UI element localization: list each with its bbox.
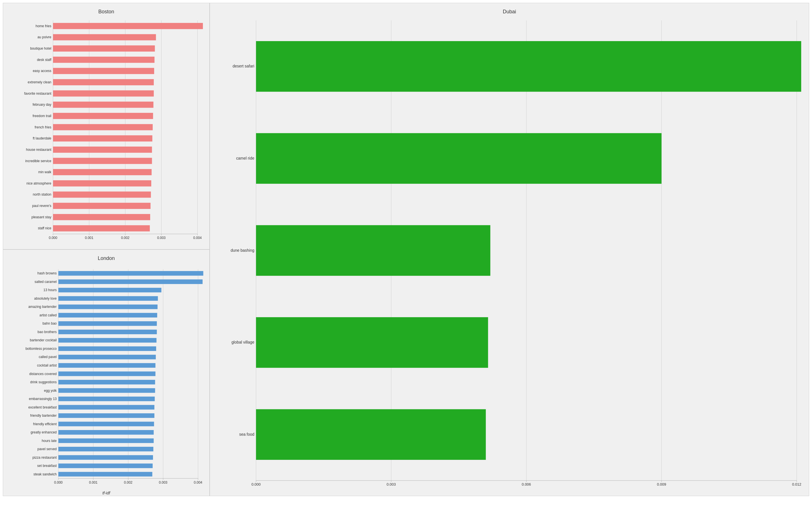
svg-rect-102 — [58, 338, 156, 342]
svg-text:0.002: 0.002 — [121, 236, 130, 240]
svg-text:friendly bartender: friendly bartender — [30, 414, 57, 418]
svg-text:amazing bartender: amazing bartender — [28, 305, 57, 309]
svg-text:min walk: min walk — [38, 170, 51, 174]
svg-rect-68 — [256, 409, 486, 460]
svg-rect-86 — [58, 271, 203, 276]
svg-rect-24 — [53, 124, 153, 130]
svg-text:north station: north station — [33, 193, 52, 197]
svg-text:set breakfast: set breakfast — [37, 464, 57, 468]
svg-text:dune bashing: dune bashing — [231, 248, 255, 253]
svg-text:friendly efficient: friendly efficient — [33, 422, 57, 426]
svg-rect-18 — [53, 90, 154, 97]
svg-text:0.000: 0.000 — [251, 482, 260, 486]
svg-rect-122 — [58, 422, 154, 426]
svg-text:salted caramel: salted caramel — [35, 280, 57, 284]
svg-rect-128 — [58, 447, 153, 451]
svg-text:global village: global village — [231, 340, 255, 344]
svg-text:freedom trail: freedom trail — [33, 114, 51, 118]
svg-text:au poivre: au poivre — [37, 35, 51, 39]
svg-rect-98 — [58, 321, 157, 326]
svg-rect-30 — [53, 158, 152, 164]
svg-rect-110 — [58, 371, 155, 376]
svg-rect-6 — [53, 23, 203, 29]
svg-text:home fries: home fries — [36, 24, 52, 28]
dubai-chart: Dubai desert safaricamel ridedune bashin… — [210, 3, 809, 496]
svg-text:steak sandwich: steak sandwich — [34, 472, 57, 476]
svg-text:french fries: french fries — [35, 125, 51, 129]
svg-rect-106 — [58, 355, 156, 359]
svg-rect-114 — [58, 388, 155, 393]
svg-text:staff nice: staff nice — [38, 226, 52, 230]
svg-rect-42 — [53, 225, 150, 231]
svg-rect-120 — [58, 413, 154, 418]
svg-text:0.003: 0.003 — [157, 236, 166, 240]
svg-text:0.001: 0.001 — [85, 236, 93, 240]
svg-rect-62 — [256, 133, 662, 184]
svg-rect-96 — [58, 313, 157, 318]
svg-rect-112 — [58, 380, 155, 384]
svg-text:pizza restaurant: pizza restaurant — [33, 456, 57, 460]
svg-text:0.001: 0.001 — [89, 480, 97, 484]
svg-rect-134 — [58, 472, 152, 476]
svg-rect-104 — [58, 346, 156, 351]
svg-text:bottomless prosecco: bottomless prosecco — [26, 347, 57, 351]
svg-text:egg yolk: egg yolk — [44, 389, 57, 393]
svg-text:0.002: 0.002 — [124, 480, 132, 484]
svg-rect-66 — [256, 317, 488, 368]
svg-text:paul revere's: paul revere's — [32, 204, 51, 208]
dubai-svg: desert safaricamel ridedune bashinggloba… — [216, 17, 803, 493]
svg-rect-26 — [53, 135, 152, 141]
svg-text:pleasant stay: pleasant stay — [32, 215, 51, 219]
boston-chart: Boston home friesau poivreboutique hotel… — [3, 3, 210, 249]
svg-rect-16 — [53, 79, 154, 85]
svg-text:easy access: easy access — [33, 69, 52, 73]
svg-rect-90 — [58, 288, 162, 292]
svg-text:bao brothers: bao brothers — [38, 330, 57, 334]
svg-text:cocktail artist: cocktail artist — [37, 364, 57, 368]
svg-rect-8 — [53, 34, 156, 41]
svg-rect-126 — [58, 438, 153, 443]
svg-rect-40 — [53, 214, 150, 220]
boston-svg: home friesau poivreboutique hoteldesk st… — [9, 17, 204, 247]
london-chart: London hash brownssalted caramel13 hours… — [3, 249, 210, 496]
chart-container: Boston home friesau poivreboutique hotel… — [0, 0, 812, 508]
svg-text:desk staff: desk staff — [37, 58, 51, 62]
svg-text:sea food: sea food — [239, 432, 254, 436]
svg-text:ft lauderdale: ft lauderdale — [33, 136, 52, 140]
svg-rect-116 — [58, 396, 155, 401]
svg-rect-132 — [58, 464, 153, 468]
svg-rect-60 — [256, 41, 801, 92]
svg-text:0.003: 0.003 — [387, 482, 396, 486]
svg-rect-14 — [53, 68, 154, 74]
svg-text:house restaurant: house restaurant — [26, 148, 52, 152]
svg-text:distances covered: distances covered — [29, 372, 57, 376]
svg-rect-22 — [53, 113, 153, 119]
svg-text:boutique hotel: boutique hotel — [30, 46, 51, 50]
svg-rect-88 — [58, 280, 202, 284]
svg-text:0.009: 0.009 — [657, 482, 666, 486]
svg-text:called pavel: called pavel — [39, 355, 57, 359]
svg-rect-118 — [58, 405, 154, 409]
svg-rect-32 — [53, 169, 151, 175]
svg-text:bahn bao: bahn bao — [43, 322, 57, 326]
svg-text:pavel served: pavel served — [37, 447, 57, 451]
svg-text:hash browns: hash browns — [37, 271, 57, 275]
svg-rect-64 — [256, 225, 490, 276]
svg-text:0.004: 0.004 — [193, 236, 202, 240]
svg-text:drink suggestions: drink suggestions — [30, 380, 57, 384]
svg-rect-92 — [58, 296, 158, 301]
svg-text:hours late: hours late — [42, 439, 57, 443]
svg-rect-38 — [53, 203, 150, 209]
svg-text:camel ride: camel ride — [236, 156, 255, 161]
svg-text:0.006: 0.006 — [522, 482, 531, 486]
svg-rect-94 — [58, 304, 157, 309]
svg-rect-108 — [58, 363, 155, 368]
svg-text:artist called: artist called — [39, 313, 57, 317]
svg-text:incredible service: incredible service — [25, 159, 51, 163]
svg-rect-10 — [53, 45, 155, 52]
svg-text:desert safari: desert safari — [233, 64, 255, 68]
dubai-title: Dubai — [216, 9, 803, 15]
tf-idf-label: tf-idf — [102, 491, 110, 495]
svg-rect-36 — [53, 192, 151, 198]
svg-text:favorite restaurant: favorite restaurant — [24, 92, 52, 95]
